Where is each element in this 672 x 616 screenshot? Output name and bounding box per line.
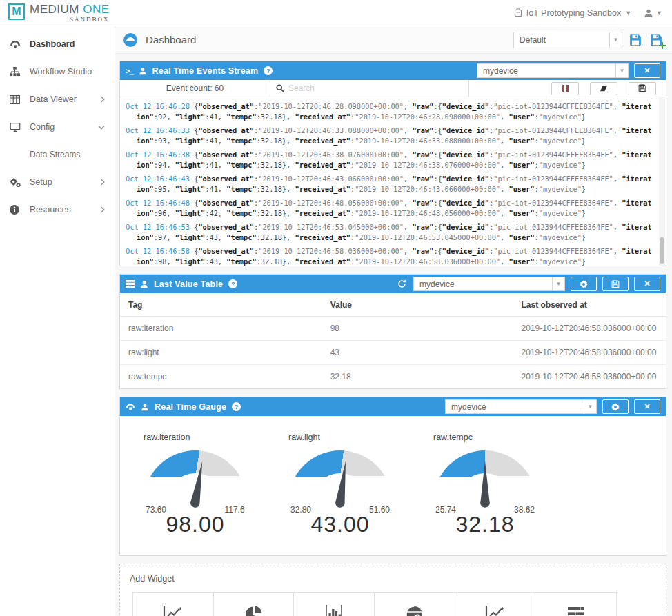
save-stream-button[interactable] [629,82,656,95]
line-chart-icon [459,604,531,616]
table-cell: 2019-10-12T20:46:58.036000+00:00 [513,365,666,389]
table-cell: 2019-10-12T20:46:58.036000+00:00 [513,317,666,341]
sidebar-item-label: Config [30,122,89,132]
table-cell: raw:tempc [120,365,322,389]
clear-stream-button[interactable] [590,82,617,95]
dashboard-gauge-icon [10,40,21,49]
table-cell: 43 [322,341,513,365]
events-log[interactable]: Oct 12 16:46:28 {"observed_at":"2019-10-… [120,97,666,266]
table-row: raw:tempc32.182019-10-12T20:46:58.036000… [120,365,666,389]
sidebar-item-data-streams[interactable]: Data Streams [0,141,115,168]
help-icon[interactable]: ? [264,66,273,75]
sidebar-item-resources[interactable]: Resources [0,196,115,223]
sidebar-item-dashboard[interactable]: Dashboard [0,30,115,58]
chevron-right-icon [100,96,105,103]
add-grouped-users-bar-chart-button[interactable]: Grouped UsersBar Chart [294,593,375,616]
sidebar-item-setup[interactable]: Setup [0,168,115,196]
gauge-panel-title: Real Time Gauge [155,402,226,412]
chevron-down-icon: ▼ [615,64,628,77]
stream-panel-title: Real Time Events Stream [152,66,259,76]
table-cell: 32.18 [322,365,513,389]
logo-name-accent: ONE [83,3,109,16]
lvt-save-button[interactable] [602,277,629,291]
workspace-name: IoT Prototyping Sandbox [526,8,621,18]
line-chart-icon [137,604,209,616]
stream-device-select[interactable]: mydevice ▼ [477,63,629,78]
add-widget-row: Grouped UsersLine ChartGrouped UsersPie … [132,592,617,616]
lvt-close-button[interactable]: ✕ [634,277,660,291]
save-dashboard-button[interactable] [628,32,643,48]
log-scrollbar-thumb[interactable] [660,237,664,264]
dashboard-select[interactable]: Default ▼ [513,32,622,48]
gears-icon [10,177,21,187]
save-as-new-dashboard-button[interactable] [649,32,664,48]
gear-icon [611,403,620,411]
user-icon [140,280,148,288]
plus-icon [659,42,666,49]
data-grid-icon [10,95,21,104]
pause-stream-button[interactable] [551,82,579,95]
sidebar-item-label: Setup [30,177,91,187]
stream-device-value: mydevice [477,66,615,76]
log-scrollbar[interactable] [659,97,665,266]
add-widget-title: Add Widget [130,574,656,584]
sidebar: DashboardWorkflow StudioData ViewerConfi… [0,26,115,616]
gauge-max-label: 38.62 [504,505,545,515]
last-value-table-title: Last Value Table [154,279,223,289]
table-cell: raw:iteration [120,317,322,341]
terminal-icon: >_ [126,67,133,75]
stream-close-button[interactable]: ✕ [634,63,660,78]
user-menu[interactable]: ▼ [644,8,662,18]
sidebar-item-data-viewer[interactable]: Data Viewer [0,86,115,113]
add-single-user-cross-filter-chart-button[interactable]: Single UserCross Filter Chart [535,593,616,616]
sidebar-item-label: Data Viewer [30,95,91,104]
user-icon [141,403,149,411]
table-row: raw:iteration982019-10-12T20:46:58.03600… [120,317,666,341]
chevron-down-icon [98,125,105,130]
sidebar-item-config[interactable]: Config [0,113,115,141]
lvt-settings-button[interactable] [571,277,597,291]
workspace-selector[interactable]: IoT Prototyping Sandbox ▼ [514,8,631,18]
eraser-icon [600,85,609,92]
gauge-min-label: 25.74 [425,505,466,515]
stream-search-input[interactable] [288,83,463,93]
gauge-max-label: 117.6 [214,505,255,515]
log-entry: Oct 12 16:46:33 {"observed_at":"2019-10-… [126,126,653,146]
dashboard-select-value: Default [514,35,609,45]
add-single-user-line-chart-button[interactable]: Single UserLine Chart [455,593,536,616]
log-entry: Oct 12 16:46:48 {"observed_at":"2019-10-… [126,198,653,218]
logo-subtitle: SANDBOX [30,17,110,23]
add-grouped-users-line-chart-button[interactable]: Grouped UsersLine Chart [133,593,214,616]
gauge-settings-button[interactable] [602,399,629,414]
last-value-table-panel: Last Value Table ? mydevice ▼ [119,274,666,389]
sidebar-item-workflow-studio[interactable]: Workflow Studio [0,58,115,86]
gauge-label: raw.light [288,433,415,442]
info-icon [10,205,21,215]
add-grouped-users-pie-chart-button[interactable]: Grouped UsersPie Chart [214,593,295,616]
lvt-device-select[interactable]: mydevice ▼ [413,277,565,291]
column-header: Value [322,293,513,317]
log-entry: Oct 12 16:46:53 {"observed_at":"2019-10-… [126,222,653,242]
log-entry: Oct 12 16:46:58 {"observed_at":"2019-10-… [126,246,653,266]
gauge-label: raw.iteration [144,433,270,442]
gauge-close-button[interactable]: ✕ [634,399,660,414]
pie-chart-icon [218,604,290,616]
pause-icon [562,85,569,92]
chevron-right-icon [100,206,105,213]
gauge-raw-tempc: raw.tempc25.7438.6232.18 [425,433,560,537]
add-grouped-users-geopoint-chart-button[interactable]: Grouped UsersGeoPoint Chart [375,593,455,616]
gauge-max-label: 51.60 [359,505,400,515]
top-bar: M MEDIUM ONE SANDBOX IoT Prototyping San… [0,0,672,26]
help-icon[interactable]: ? [232,402,241,411]
geopoint-chart-icon [379,604,451,616]
gauge-body: raw.iteration73.60117.698.00raw.light32.… [120,416,666,555]
help-icon[interactable]: ? [228,279,237,288]
refresh-icon[interactable] [397,279,406,288]
gauge-device-select[interactable]: mydevice ▼ [445,399,597,414]
lvt-device-value: mydevice [414,279,552,289]
stream-search[interactable] [270,80,469,97]
table-row: raw:light432019-10-12T20:46:58.036000+00… [120,341,666,365]
chevron-down-icon: ▼ [609,32,622,48]
chevron-down-icon: ▼ [552,277,564,290]
log-entry: Oct 12 16:46:28 {"observed_at":"2019-10-… [126,101,653,121]
